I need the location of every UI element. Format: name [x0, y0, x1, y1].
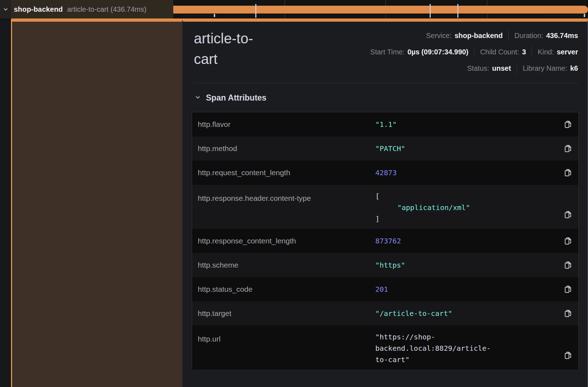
meta-value: server — [557, 47, 578, 57]
copy-icon — [563, 210, 573, 220]
span-title: article-to-cart — [192, 28, 276, 74]
span-event-tick — [430, 4, 431, 18]
meta-value: 3 — [522, 47, 526, 57]
body: article-to-cart Service:shop-backend Dur… — [0, 20, 588, 387]
span-event-tick — [255, 4, 256, 18]
span-name-duration: article-to-cart (436.74ms) — [67, 5, 146, 14]
attr-value: 201 — [375, 284, 498, 295]
attr-key: http.request_content_length — [198, 161, 375, 185]
copy-button[interactable] — [563, 351, 573, 360]
meta-row: Service:shop-backend Duration:436.74ms — [420, 30, 579, 41]
span-duration-bar[interactable] — [173, 6, 588, 14]
span-names: shop-backend article-to-cart (436.74ms) — [11, 5, 173, 14]
copy-button[interactable] — [563, 144, 573, 154]
span-attributes-toggle[interactable]: Span Attributes — [195, 93, 579, 103]
table-row: http.url "https://shop-backend.local:882… — [192, 326, 578, 370]
table-row: http.flavor "1.1" — [192, 112, 578, 136]
copy-icon — [563, 260, 573, 270]
attr-key: http.status_code — [198, 277, 375, 301]
table-row: http.response_content_length 873762 — [192, 229, 578, 253]
attr-key: http.response_content_length — [198, 229, 375, 253]
table-row: http.target "/article-to-cart" — [192, 301, 578, 326]
copy-icon — [563, 168, 573, 178]
attr-value: [ "application/xml" ] — [375, 190, 498, 225]
copy-button[interactable] — [563, 260, 573, 270]
chevron-down-icon — [2, 6, 9, 13]
copy-button[interactable] — [563, 285, 573, 294]
table-row: http.response.header.content-type [ "app… — [192, 185, 578, 229]
table-row: http.method "PATCH" — [192, 136, 578, 161]
attributes-table: http.flavor "1.1" http.method "PATCH" ht… — [192, 112, 579, 370]
meta-label: Start Time: — [370, 47, 405, 57]
attr-key: http.url — [198, 331, 375, 347]
attr-key: http.scheme — [198, 253, 375, 277]
span-detail-panel: article-to-cart Service:shop-backend Dur… — [182, 20, 588, 387]
attr-value: "https://shop-backend.local:8829/article… — [375, 331, 498, 365]
meta-value: unset — [492, 64, 511, 73]
copy-icon — [563, 236, 573, 246]
copy-icon — [563, 144, 573, 154]
copy-icon — [563, 285, 573, 294]
attr-key: http.response.header.content-type — [198, 190, 375, 206]
tree-left-rail — [0, 20, 11, 387]
copy-button[interactable] — [563, 309, 573, 318]
attr-value: "https" — [375, 259, 498, 271]
section-title: Span Attributes — [206, 93, 266, 103]
copy-icon — [563, 120, 573, 129]
attr-value: "1.1" — [375, 119, 498, 130]
detail-header: article-to-cart Service:shop-backend Dur… — [192, 22, 579, 74]
table-row: http.scheme "https" — [192, 253, 578, 277]
attr-value: 42873 — [375, 167, 498, 178]
meta-row: Start Time:0µs (09:07:34.990) Child Coun… — [365, 47, 579, 57]
copy-icon — [563, 351, 573, 360]
service-name: shop-backend — [14, 5, 63, 14]
copy-button[interactable] — [563, 168, 573, 178]
timeline — [173, 0, 588, 18]
meta-label: Duration: — [514, 31, 543, 40]
meta-label: Service: — [426, 31, 452, 40]
caret-cell[interactable] — [0, 0, 11, 18]
table-row: http.request_content_length 42873 — [192, 161, 578, 185]
span-row: shop-backend article-to-cart (436.74ms) — [0, 0, 588, 20]
attr-value: "/article-to-cart" — [375, 308, 498, 319]
meta-label: Kind: — [538, 47, 554, 57]
meta-value: 0µs (09:07:34.990) — [408, 47, 469, 57]
child-span-inset — [183, 14, 215, 17]
meta-row: Status:unset Library Name:k6 — [462, 63, 579, 74]
table-row: http.status_code 201 — [192, 277, 578, 301]
copy-button[interactable] — [563, 236, 573, 246]
attr-value: "PATCH" — [375, 143, 498, 154]
meta-value: k6 — [570, 64, 578, 73]
header-divider — [194, 83, 579, 83]
copy-button[interactable] — [563, 210, 573, 220]
attr-key: http.target — [198, 301, 375, 326]
meta-label: Status: — [467, 64, 489, 73]
meta-value: shop-backend — [454, 31, 503, 40]
meta-value: 436.74ms — [546, 31, 578, 40]
attr-key: http.method — [198, 136, 375, 161]
attr-value: 873762 — [375, 235, 498, 247]
chevron-down-icon — [195, 94, 201, 102]
copy-button[interactable] — [563, 120, 573, 129]
child-span-inset — [543, 14, 585, 17]
trace-viewer: shop-backend article-to-cart (436.74ms) … — [0, 0, 588, 387]
meta-label: Library Name: — [523, 64, 567, 73]
span-event-tick — [457, 4, 458, 18]
copy-icon — [563, 309, 573, 318]
meta-label: Child Count: — [480, 47, 519, 57]
selected-span-highlight — [12, 20, 182, 387]
attr-key: http.flavor — [198, 112, 375, 136]
span-tree-row[interactable]: shop-backend article-to-cart (436.74ms) — [0, 0, 173, 18]
span-meta: Service:shop-backend Duration:436.74ms S… — [365, 28, 579, 74]
